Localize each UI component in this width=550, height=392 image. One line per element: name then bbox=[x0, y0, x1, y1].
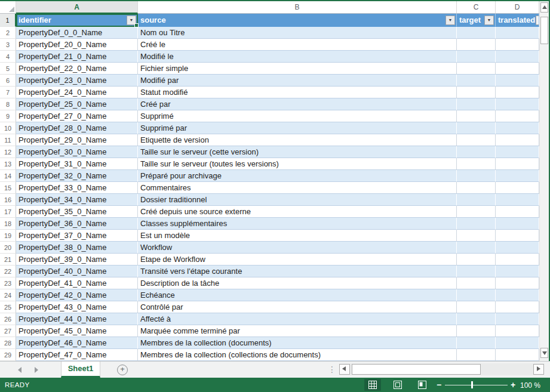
row-number[interactable]: 26 bbox=[0, 313, 16, 325]
cell-translated[interactable] bbox=[496, 63, 539, 75]
cell-identifier[interactable]: PropertyDef_29_0_Name bbox=[16, 134, 138, 146]
add-sheet-button[interactable]: + bbox=[117, 365, 128, 375]
filter-dropdown-icon[interactable]: ▼ bbox=[127, 16, 136, 25]
row-number[interactable]: 22 bbox=[0, 266, 16, 277]
cell-source[interactable]: Classes supplémentaires bbox=[138, 218, 457, 230]
row-number[interactable]: 15 bbox=[0, 182, 16, 194]
cell-target[interactable] bbox=[457, 349, 496, 361]
row-number[interactable]: 8 bbox=[0, 98, 16, 110]
row-number[interactable]: 2 bbox=[0, 27, 16, 39]
cell-identifier[interactable]: PropertyDef_21_0_Name bbox=[16, 51, 138, 63]
cell-source[interactable]: Taille sur le serveur (toutes les versio… bbox=[138, 158, 457, 170]
cell-source[interactable]: Membres de la collection (documents) bbox=[138, 337, 457, 349]
cell-target[interactable] bbox=[457, 206, 496, 218]
row-number[interactable]: 21 bbox=[0, 254, 16, 266]
cell-identifier[interactable]: PropertyDef_25_0_Name bbox=[16, 98, 138, 110]
cell-source[interactable]: Créé depuis une source externe bbox=[138, 206, 457, 218]
cell-identifier[interactable]: PropertyDef_37_0_Name bbox=[16, 230, 138, 242]
cell-translated[interactable] bbox=[496, 170, 539, 182]
row-number[interactable]: 17 bbox=[0, 206, 16, 218]
cell-source[interactable]: Taille sur le serveur (cette version) bbox=[138, 146, 457, 158]
row-number[interactable]: 18 bbox=[0, 218, 16, 230]
zoom-level-label[interactable]: 100 % bbox=[520, 381, 540, 390]
cell-source[interactable]: Marquée comme terminé par bbox=[138, 325, 457, 337]
cell-source[interactable]: Workflow bbox=[138, 242, 457, 254]
cell-target[interactable] bbox=[457, 230, 496, 242]
cell-target[interactable] bbox=[457, 182, 496, 194]
cell-target[interactable] bbox=[457, 122, 496, 134]
zoom-slider-track[interactable] bbox=[445, 385, 508, 385]
cell-identifier[interactable]: PropertyDef_35_0_Name bbox=[16, 206, 138, 218]
cell-identifier[interactable]: PropertyDef_20_0_Name bbox=[16, 39, 138, 51]
cell-identifier[interactable]: PropertyDef_34_0_Name bbox=[16, 194, 138, 206]
cell-source[interactable]: Description de la tâche bbox=[138, 277, 457, 289]
cell-source[interactable]: Statut modifié bbox=[138, 87, 457, 98]
column-header-a[interactable]: A bbox=[16, 1, 138, 14]
cell-translated[interactable] bbox=[496, 277, 539, 289]
row-number[interactable]: 27 bbox=[0, 325, 16, 337]
column-header-b[interactable]: B bbox=[138, 1, 457, 13]
cell-translated[interactable] bbox=[496, 39, 539, 51]
cell-translated[interactable] bbox=[496, 158, 539, 170]
row-number[interactable]: 19 bbox=[0, 230, 16, 242]
cell-translated[interactable] bbox=[496, 182, 539, 194]
cell-source[interactable]: Affecté à bbox=[138, 313, 457, 325]
cell-source[interactable]: Modifié le bbox=[138, 51, 457, 63]
cell-identifier[interactable]: PropertyDef_27_0_Name bbox=[16, 110, 138, 122]
page-break-preview-button[interactable] bbox=[414, 379, 431, 391]
row-number[interactable]: 28 bbox=[0, 337, 16, 349]
zoom-out-button[interactable]: − bbox=[437, 380, 441, 390]
cell-translated[interactable] bbox=[496, 242, 539, 254]
cell-target[interactable] bbox=[457, 218, 496, 230]
cell-identifier[interactable]: PropertyDef_0_0_Name bbox=[16, 27, 138, 39]
cell-identifier[interactable]: PropertyDef_46_0_Name bbox=[16, 337, 138, 349]
cell-source[interactable]: Nom ou Titre bbox=[138, 27, 457, 39]
cell-identifier[interactable]: PropertyDef_42_0_Name bbox=[16, 289, 138, 301]
cell-target[interactable] bbox=[457, 254, 496, 266]
scroll-left-button[interactable] bbox=[339, 364, 350, 375]
cell-translated[interactable] bbox=[496, 87, 539, 98]
cell-identifier[interactable]: PropertyDef_39_0_Name bbox=[16, 254, 138, 266]
cell-translated[interactable] bbox=[496, 134, 539, 146]
row-number[interactable]: 29 bbox=[0, 349, 16, 361]
cell-target[interactable] bbox=[457, 27, 496, 39]
row-number[interactable]: 16 bbox=[0, 194, 16, 206]
cell-source[interactable]: Dossier traditionnel bbox=[138, 194, 457, 206]
page-layout-view-button[interactable] bbox=[389, 379, 406, 391]
horizontal-scrollbar-thumb[interactable] bbox=[352, 364, 481, 375]
cell-source[interactable]: Transité vers l'étape courante bbox=[138, 266, 457, 277]
cell-source[interactable]: Supprimé bbox=[138, 110, 457, 122]
cell-source[interactable]: Supprimé par bbox=[138, 122, 457, 134]
cell-target[interactable] bbox=[457, 158, 496, 170]
cell-identifier[interactable]: PropertyDef_31_0_Name bbox=[16, 158, 138, 170]
row-number[interactable]: 1 bbox=[0, 14, 16, 27]
cell-translated[interactable] bbox=[496, 349, 539, 361]
cell-source[interactable]: Est un modèle bbox=[138, 230, 457, 242]
cell-identifier[interactable]: PropertyDef_45_0_Name bbox=[16, 325, 138, 337]
cell-identifier[interactable]: PropertyDef_41_0_Name bbox=[16, 277, 138, 289]
cell-identifier[interactable]: PropertyDef_24_0_Name bbox=[16, 87, 138, 98]
cell-identifier[interactable]: PropertyDef_30_0_Name bbox=[16, 146, 138, 158]
row-number[interactable]: 9 bbox=[0, 110, 16, 122]
cell-source[interactable]: Etape de Workflow bbox=[138, 254, 457, 266]
filter-dropdown-icon[interactable]: ▼ bbox=[445, 16, 455, 25]
cell-source[interactable]: Fichier simple bbox=[138, 63, 457, 75]
previous-sheet-icon[interactable] bbox=[18, 367, 21, 373]
cell-translated[interactable] bbox=[496, 301, 539, 313]
cell-target[interactable] bbox=[457, 146, 496, 158]
cell-source[interactable]: Etiquette de version bbox=[138, 134, 457, 146]
cell-target[interactable] bbox=[457, 325, 496, 337]
cell-source[interactable]: Contrôlé par bbox=[138, 301, 457, 313]
zoom-slider-thumb[interactable] bbox=[471, 381, 473, 388]
cell-source[interactable]: Créé le bbox=[138, 39, 457, 51]
filter-dropdown-icon[interactable]: ▼ bbox=[484, 16, 494, 25]
cell-target[interactable] bbox=[457, 313, 496, 325]
cell-translated[interactable] bbox=[496, 98, 539, 110]
cell-target[interactable] bbox=[457, 51, 496, 63]
row-number[interactable]: 10 bbox=[0, 122, 16, 134]
scroll-up-button[interactable] bbox=[540, 2, 548, 13]
cell-source[interactable]: Préparé pour archivage bbox=[138, 170, 457, 182]
cell-translated[interactable] bbox=[496, 218, 539, 230]
scroll-right-button[interactable] bbox=[533, 364, 544, 375]
cell-translated[interactable] bbox=[496, 122, 539, 134]
